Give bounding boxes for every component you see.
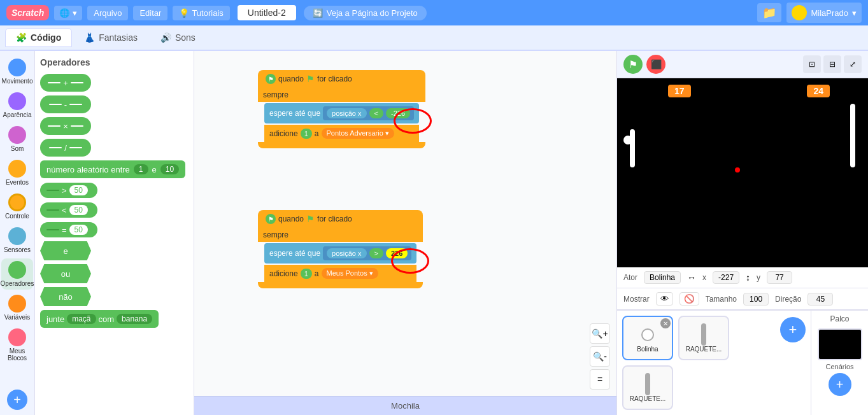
scratch-logo[interactable]: Scratch xyxy=(6,5,49,20)
block-gt[interactable]: > 50 xyxy=(40,183,97,198)
x-val[interactable]: -227 xyxy=(713,271,739,284)
globe-button[interactable]: 🌐 ▾ xyxy=(54,6,82,20)
hide-button[interactable]: 🚫 xyxy=(679,292,699,306)
block-div[interactable]: / xyxy=(40,139,91,157)
updown-icon: ↕ xyxy=(746,272,750,283)
user-avatar xyxy=(792,5,807,20)
wait-block-1[interactable]: espere até que posição x < -226 xyxy=(264,103,419,123)
block-mult-val1 xyxy=(48,125,60,127)
stop-button[interactable]: ⬛ xyxy=(646,55,665,74)
direcao-val[interactable]: 45 xyxy=(808,293,833,306)
sidebar-item-controle[interactable]: Controle xyxy=(1,191,33,222)
block-or-row[interactable]: ou xyxy=(40,264,189,283)
script-block-2[interactable]: ⚑ quando ⚑ for clicado sempre espere até… xyxy=(258,210,423,288)
zoom-out-button[interactable]: 🔍- xyxy=(590,346,610,367)
add-var-2[interactable]: Meus Pontos ▾ xyxy=(322,268,378,279)
add-var-1[interactable]: Pontos Adversario ▾ xyxy=(322,128,394,139)
arquivo-button[interactable]: Arquivo xyxy=(87,6,128,20)
mochila-bar[interactable]: Mochila xyxy=(194,396,616,415)
block-random-val1[interactable]: 1 xyxy=(134,164,148,174)
veja-projeto-button[interactable]: 🔄 Veja a Página do Projeto xyxy=(304,6,427,20)
block-join-row[interactable]: junte maçã com banana xyxy=(40,310,189,328)
sidebar-item-som[interactable]: Som xyxy=(1,123,33,155)
palco-thumb[interactable] xyxy=(818,328,862,360)
tab-sons[interactable]: 🔊 Sons xyxy=(150,28,206,47)
block-plus-row[interactable]: + xyxy=(40,74,189,92)
cenarios-label: Cenários xyxy=(825,363,853,370)
zoom-in-button[interactable]: 🔍+ xyxy=(590,323,610,344)
block1-bottom xyxy=(258,142,425,148)
add-val-1[interactable]: 1 xyxy=(301,129,312,139)
tamanho-val[interactable]: 100 xyxy=(743,293,769,306)
sidebar-item-movimento[interactable]: Movimento xyxy=(1,56,33,87)
block-not[interactable]: não xyxy=(40,287,91,306)
block-join[interactable]: junte maçã com banana xyxy=(40,310,159,328)
block-eq[interactable]: = 50 xyxy=(40,222,97,237)
block-random-val2[interactable]: 10 xyxy=(160,164,179,174)
block-not-row[interactable]: não xyxy=(40,287,189,306)
sidebar-item-aparencia[interactable]: Aparência xyxy=(1,90,33,121)
tab-codigo[interactable]: 🧩 Código xyxy=(5,28,72,47)
block-eq-val2[interactable]: 50 xyxy=(69,225,88,235)
normal-stage-button[interactable]: ⊟ xyxy=(823,55,841,73)
add-cenario-button[interactable]: + xyxy=(829,373,851,396)
val-226[interactable]: 226 xyxy=(386,248,408,258)
add-sprite-button[interactable]: + xyxy=(780,317,806,342)
project-title-input[interactable]: Untitled-2 xyxy=(238,5,296,20)
y-val[interactable]: 77 xyxy=(767,271,792,284)
block-minus-row[interactable]: - xyxy=(40,95,189,113)
block-eq-row[interactable]: = 50 xyxy=(40,222,189,237)
block-mult-val2 xyxy=(71,125,83,127)
block-random[interactable]: número aleatório entre 1 e 10 xyxy=(40,160,185,178)
sprite-info-2: Mostrar 👁 🚫 Tamanho 100 Direção 45 xyxy=(617,288,868,310)
block-gt-row[interactable]: > 50 xyxy=(40,182,189,198)
sidebar-item-meus-blocos[interactable]: Meus Blocos xyxy=(1,326,33,364)
ator-name[interactable]: Bolinha xyxy=(644,271,681,284)
block-and-row[interactable]: e xyxy=(40,241,189,260)
block-and[interactable]: e xyxy=(40,241,91,260)
block-plus[interactable]: + xyxy=(40,74,91,92)
sidebar-item-sensores[interactable]: Sensores xyxy=(1,225,33,256)
block-or[interactable]: ou xyxy=(40,264,91,283)
folder-icon[interactable]: 📁 xyxy=(757,3,781,22)
tutoriais-button[interactable]: 💡 Tutoriais xyxy=(173,6,229,20)
add-extension-button[interactable]: + xyxy=(7,390,27,410)
zoom-reset-button[interactable]: = xyxy=(590,369,610,390)
add-block-2[interactable]: adicione 1 a Meus Pontos ▾ xyxy=(264,265,416,282)
small-stage-button[interactable]: ⊡ xyxy=(803,55,821,73)
block-join-val2[interactable]: banana xyxy=(117,314,152,324)
block-minus[interactable]: - xyxy=(40,95,91,113)
sidebar-item-eventos[interactable]: Eventos xyxy=(1,157,33,188)
stage-paddle-left xyxy=(630,129,635,167)
sidebar-item-operadores[interactable]: Operadores xyxy=(1,258,33,290)
hat-flag-1: ⚑ xyxy=(306,74,315,84)
block-mult-row[interactable]: × xyxy=(40,117,189,135)
block-random-row[interactable]: número aleatório entre 1 e 10 xyxy=(40,160,189,178)
blocks-panel: Operadores + - × xyxy=(35,51,194,415)
sprite-card-raquete2[interactable]: RAQUETE... xyxy=(622,365,673,410)
user-area[interactable]: MilaPrado ▾ xyxy=(786,3,862,23)
sidebar-item-variaveis[interactable]: Variáveis xyxy=(1,292,33,323)
block-lt[interactable]: < 50 xyxy=(40,202,97,218)
add-block-1[interactable]: adicione 1 a Pontos Adversario ▾ xyxy=(264,125,419,142)
tab-fantasias[interactable]: 👗 Fantasias xyxy=(73,28,148,47)
sprite-card-raquete1[interactable]: RAQUETE... xyxy=(678,316,729,360)
sprite-card-bolinha[interactable]: ✕ Bolinha xyxy=(622,316,673,360)
canvas-scroll[interactable]: ⚑ quando ⚑ for clicado sempre espere até… xyxy=(194,51,616,396)
wait-block-2[interactable]: espere até que posição x > 226 xyxy=(264,243,416,264)
block-div-row[interactable]: / xyxy=(40,139,189,157)
block-mult[interactable]: × xyxy=(40,117,91,135)
add-val-2[interactable]: 1 xyxy=(301,269,312,279)
val-neg226[interactable]: -226 xyxy=(386,108,410,118)
block-lt-val2[interactable]: 50 xyxy=(69,205,88,215)
sons-tab-icon: 🔊 xyxy=(160,32,171,43)
editar-button[interactable]: Editar xyxy=(133,6,167,20)
block-join-val1[interactable]: maçã xyxy=(67,314,96,324)
sprite-delete-bolinha[interactable]: ✕ xyxy=(660,318,671,328)
show-button[interactable]: 👁 xyxy=(656,292,673,306)
green-flag-button[interactable]: ⚑ xyxy=(623,55,643,74)
block-gt-val2[interactable]: 50 xyxy=(69,185,88,195)
script-block-1[interactable]: ⚑ quando ⚑ for clicado sempre espere até… xyxy=(258,70,425,148)
fullscreen-button[interactable]: ⤢ xyxy=(844,55,862,73)
block-lt-row[interactable]: < 50 xyxy=(40,202,189,218)
